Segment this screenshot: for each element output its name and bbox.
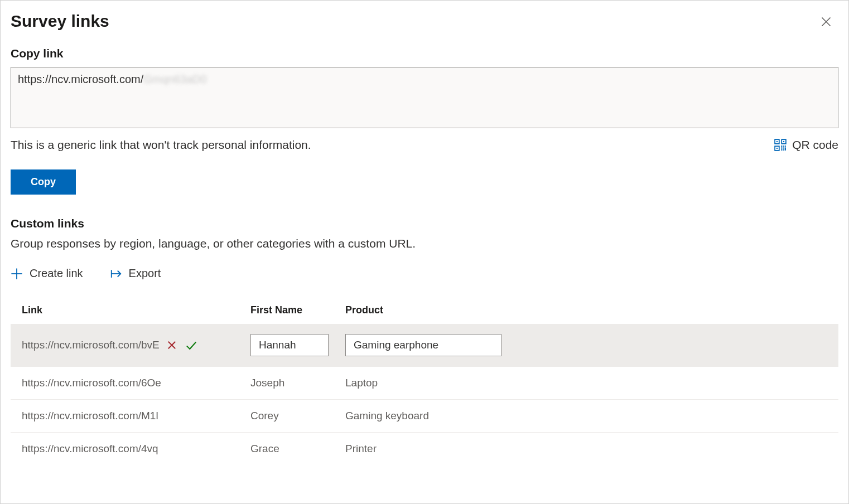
- svg-rect-3: [776, 141, 778, 142]
- column-header-link: Link: [22, 304, 250, 316]
- cell-first-name: Joseph: [250, 377, 345, 389]
- column-header-product: Product: [345, 304, 827, 316]
- copy-button[interactable]: Copy: [11, 169, 76, 195]
- create-link-button[interactable]: Create link: [11, 267, 83, 280]
- table-row[interactable]: https://ncv.microsoft.com/M1lCoreyGaming…: [11, 399, 838, 432]
- create-link-label: Create link: [30, 267, 83, 280]
- link-text[interactable]: https://ncv.microsoft.com/bvE: [22, 339, 160, 351]
- svg-rect-10: [785, 146, 786, 147]
- custom-links-table: Link First Name Product https://ncv.micr…: [11, 297, 838, 465]
- svg-rect-9: [783, 146, 784, 147]
- cell-link: https://ncv.microsoft.com/bvE: [22, 338, 250, 352]
- cell-link: https://ncv.microsoft.com/6Oe: [22, 377, 250, 389]
- panel-header: Survey links: [11, 12, 838, 31]
- custom-links-description: Group responses by region, language, or …: [11, 237, 838, 250]
- cell-link: https://ncv.microsoft.com/4vq: [22, 443, 250, 455]
- generic-link-tail-blurred: Gmqn63aD0: [143, 73, 206, 85]
- first-name-input[interactable]: [250, 334, 329, 356]
- svg-rect-13: [783, 149, 784, 151]
- confirm-edit-button[interactable]: [184, 338, 199, 352]
- custom-links-actions: Create link Export: [11, 267, 838, 280]
- svg-rect-11: [781, 147, 782, 148]
- close-icon: [821, 16, 832, 27]
- product-input[interactable]: [345, 334, 501, 356]
- qr-code-label: QR code: [792, 138, 838, 152]
- panel-title: Survey links: [11, 12, 109, 31]
- helper-row: This is a generic link that won't track …: [11, 138, 838, 152]
- close-button[interactable]: [818, 14, 834, 31]
- cell-product: [345, 334, 827, 356]
- custom-links-label: Custom links: [11, 217, 838, 230]
- checkmark-icon: [185, 339, 197, 351]
- svg-rect-7: [776, 148, 778, 149]
- link-text[interactable]: https://ncv.microsoft.com/6Oe: [22, 377, 161, 389]
- cell-product: Printer: [345, 443, 827, 455]
- generic-link-helper: This is a generic link that won't track …: [11, 138, 311, 152]
- survey-links-panel: Survey links Copy link https://ncv.micro…: [0, 0, 849, 504]
- qr-code-link[interactable]: QR code: [774, 138, 838, 152]
- svg-rect-15: [783, 147, 784, 148]
- export-label: Export: [129, 267, 161, 280]
- cell-first-name: [250, 334, 345, 356]
- link-text[interactable]: https://ncv.microsoft.com/4vq: [22, 443, 158, 455]
- table-header-row: Link First Name Product: [11, 297, 838, 324]
- cancel-edit-button[interactable]: [165, 338, 179, 352]
- cell-link: https://ncv.microsoft.com/M1l: [22, 410, 250, 422]
- plus-icon: [11, 268, 23, 280]
- generic-link-base: https://ncv.microsoft.com/: [18, 73, 143, 85]
- svg-rect-12: [781, 149, 782, 151]
- copy-link-label: Copy link: [11, 47, 838, 60]
- table-row[interactable]: https://ncv.microsoft.com/bvE: [11, 324, 838, 366]
- cell-first-name: Corey: [250, 410, 345, 422]
- cell-product: Laptop: [345, 377, 827, 389]
- export-button[interactable]: Export: [110, 267, 161, 280]
- export-icon: [110, 268, 122, 280]
- qr-code-icon: [774, 139, 787, 151]
- table-row[interactable]: https://ncv.microsoft.com/4vqGracePrinte…: [11, 432, 838, 465]
- svg-rect-5: [783, 141, 784, 142]
- generic-link-input[interactable]: https://ncv.microsoft.com/Gmqn63aD0: [11, 67, 838, 128]
- table-row[interactable]: https://ncv.microsoft.com/6OeJosephLapto…: [11, 366, 838, 399]
- cell-first-name: Grace: [250, 443, 345, 455]
- svg-rect-14: [785, 147, 786, 151]
- column-header-firstname: First Name: [250, 304, 345, 316]
- svg-rect-8: [781, 146, 782, 147]
- link-text[interactable]: https://ncv.microsoft.com/M1l: [22, 410, 158, 422]
- x-icon: [166, 340, 177, 351]
- cell-product: Gaming keyboard: [345, 410, 827, 422]
